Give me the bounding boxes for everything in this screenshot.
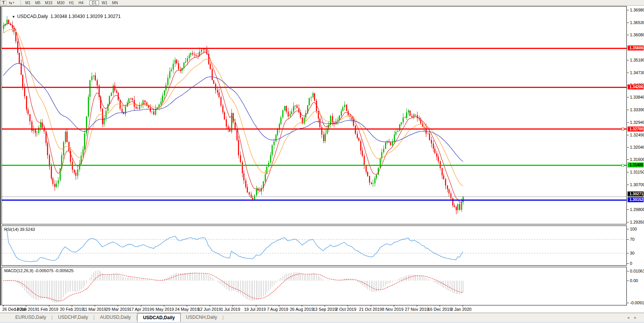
price-tick-mark — [627, 97, 629, 97]
tab-audusd[interactable]: AUDUSD,Daily — [95, 313, 136, 322]
tab-usdchf[interactable]: USDCHF,Daily — [53, 313, 94, 322]
tab-usdcad[interactable]: USDCAD,Daily — [137, 313, 180, 322]
text-tool-button[interactable]: T — [0, 0, 6, 5]
toolbar: T ⇆ ▾ M1M5M15M30H1H4D1W1MN — [0, 0, 644, 6]
date-tick-label: 20 Feb 2019 — [60, 307, 84, 312]
macd-tick-label: 0.00 — [630, 278, 638, 283]
price-tick-label: 1.33390 — [630, 107, 644, 112]
date-tick-label: 6 May 2019 — [152, 307, 174, 312]
date-tick-label: 26 Aug 2019 — [290, 307, 314, 312]
date-tick-label: 24 May 2019 — [175, 307, 199, 312]
timeframe-button-h4[interactable]: H4 — [77, 0, 86, 5]
timeframe-button-group: M1M5M15M30H1H4D1W1MN — [23, 0, 120, 5]
date-tick-label: 19 Jul 2019 — [244, 307, 266, 312]
price-tick-label: 1.31150 — [630, 170, 644, 174]
price-tick-mark — [627, 35, 629, 35]
ohlc-open: 1.30348 — [50, 14, 67, 19]
symbol-dropdown-icon[interactable]: ▼ — [12, 15, 15, 19]
price-tick-mark — [627, 185, 629, 185]
date-tick-mark — [256, 305, 256, 307]
timeframe-button-m30[interactable]: M30 — [55, 0, 66, 5]
rsi-tick-label: 0 — [630, 261, 632, 266]
date-tick-mark — [348, 305, 348, 307]
chart-tabs: EURUSD,Daily|USDCHF,Daily|AUDUSD,Daily|U… — [0, 313, 223, 322]
macd-tick-label: 0.010615 — [630, 269, 644, 273]
date-tick-label: 8 Nov 2019 — [382, 307, 403, 312]
window-frame-edge — [0, 6, 1, 305]
date-tick-label: 7 Aug 2019 — [267, 307, 288, 312]
date-tick-mark — [233, 305, 233, 307]
rsi-canvas[interactable] — [2, 226, 626, 265]
price-tick-mark — [627, 73, 629, 73]
price-chart-panel: ▼USDCAD,Daily 1.30348 1.30430 1.30209 1.… — [2, 6, 627, 224]
price-line-label: 1.31405 — [628, 162, 644, 167]
current-price-label: 1.30271 — [628, 192, 644, 196]
timeframe-button-d1[interactable]: D1 — [89, 0, 99, 5]
price-tick-label: 1.29350 — [630, 220, 644, 224]
macd-label: MACD(12,26,9) -0.005075 -0.005625 — [4, 268, 74, 273]
price-tick-mark — [627, 209, 629, 210]
timeframe-button-m5[interactable]: M5 — [33, 0, 42, 5]
price-tick-mark — [627, 159, 629, 160]
price-tick-label: 1.29800 — [630, 207, 644, 212]
date-tick-label: 1 Feb 2019 — [37, 307, 58, 312]
price-line-label: 1.32700 — [628, 127, 644, 131]
rsi-tick-mark — [627, 253, 629, 253]
date-tick-mark — [3, 305, 3, 307]
date-tick-label: 1 Jul 2019 — [221, 307, 240, 312]
style-tool-icon: ⇆ — [9, 1, 12, 5]
price-tick-label: 1.30700 — [630, 182, 644, 187]
date-tick-label: 29 Mar 2019 — [106, 307, 129, 312]
chart-legend: ▼USDCAD,Daily 1.30348 1.30430 1.30209 1.… — [4, 8, 121, 24]
toolbar-grip[interactable] — [20, 1, 21, 5]
macd-tick-mark — [627, 271, 629, 271]
chart-symbol-label: USDCAD,Daily — [17, 14, 48, 19]
price-line-label: 1.30152 — [628, 197, 644, 202]
tab-scroll-left-icon[interactable]: ◄ — [626, 316, 634, 320]
date-tick-mark — [118, 305, 118, 307]
timeframe-button-w1[interactable]: W1 — [100, 0, 109, 5]
tab-usdcnh[interactable]: USDCNH,Daily — [181, 313, 222, 322]
price-line-label: 1.35606 — [628, 45, 644, 50]
price-tick-label: 1.36530 — [630, 20, 644, 25]
rsi-label: RSI(14) 39.5243 — [4, 227, 35, 232]
timeframe-button-m1[interactable]: M1 — [23, 0, 32, 5]
date-tick-mark — [394, 305, 394, 307]
chevron-down-icon: ▾ — [13, 1, 15, 4]
date-tick-label: 12 Jun 2019 — [198, 307, 221, 312]
toolbar-separator — [18, 1, 18, 5]
price-tick-label: 1.32940 — [630, 120, 644, 125]
price-tick-mark — [627, 110, 629, 110]
timeframe-button-h1[interactable]: H1 — [67, 0, 76, 5]
price-tick-mark — [627, 222, 629, 222]
toolbar-separator — [87, 1, 87, 5]
price-tick-label: 1.36980 — [630, 8, 644, 12]
price-chart-canvas[interactable] — [2, 6, 626, 224]
date-tick-mark — [440, 305, 440, 307]
tab-scroll-arrows: ◄► — [626, 316, 641, 320]
date-tick-mark — [95, 305, 95, 307]
tab-eurusd[interactable]: EURUSD,Daily — [10, 313, 52, 322]
application-window: T ⇆ ▾ M1M5M15M30H1H4D1W1MN ▼USDCAD,Daily… — [0, 0, 644, 323]
date-tick-mark — [26, 305, 26, 307]
date-tick-label: 14 Jan 2019 — [14, 307, 37, 312]
price-tick-label: 1.31600 — [630, 157, 644, 162]
rsi-indicator-panel: RSI(14) 39.5243 — [2, 226, 627, 266]
date-tick-mark — [210, 305, 210, 307]
date-tick-label: 2 Oct 2019 — [336, 307, 356, 312]
timeframe-button-mn[interactable]: MN — [110, 0, 120, 5]
timeframe-button-m15[interactable]: M15 — [43, 0, 54, 5]
price-line-label: 1.34206 — [628, 84, 644, 89]
rsi-tick-mark — [627, 239, 629, 240]
date-tick-mark — [187, 305, 187, 307]
style-tool-button[interactable]: ⇆ ▾ — [7, 0, 16, 5]
date-tick-mark — [279, 305, 279, 307]
macd-canvas[interactable] — [2, 267, 626, 305]
ohlc-close: 1.30271 — [104, 14, 121, 19]
price-tick-mark — [627, 147, 629, 148]
price-tick-label: 1.35180 — [630, 58, 644, 62]
tab-scroll-right-icon[interactable]: ► — [634, 316, 641, 320]
price-tick-mark — [627, 135, 629, 135]
date-tick-mark — [463, 305, 463, 307]
date-tick-label: 17 Apr 2019 — [129, 307, 152, 312]
